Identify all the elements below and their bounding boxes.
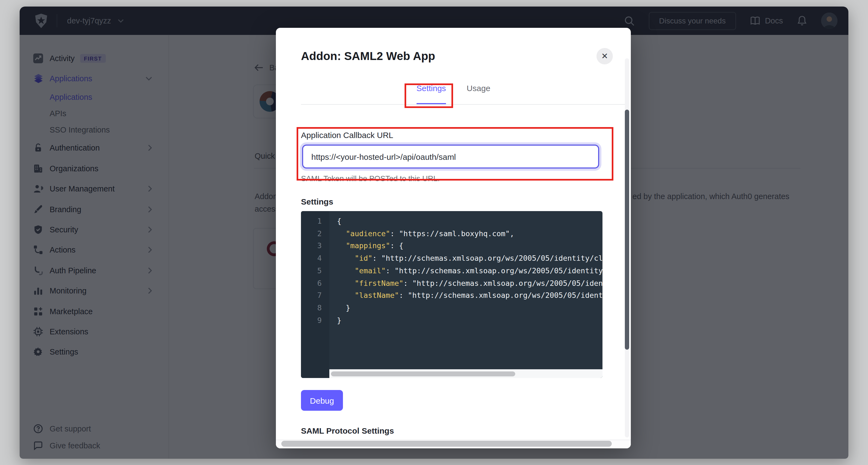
addon-saml2-modal: Addon: SAML2 Web App ✕ Settings Usage Ap… — [276, 28, 631, 448]
saml-protocol-settings-heading: SAML Protocol Settings — [301, 426, 394, 435]
line-number: 7 — [301, 289, 329, 301]
annotation-box-callback-url — [297, 127, 613, 180]
line-number: 4 — [301, 252, 329, 264]
editor-horizontal-scrollbar-track[interactable] — [329, 369, 602, 378]
annotation-box-settings-tab — [405, 83, 453, 108]
modal-horizontal-scrollbar-thumb[interactable] — [281, 441, 612, 447]
line-number: 5 — [301, 265, 329, 277]
editor-code-area[interactable]: { "audience": "https://saml.boxyhq.com",… — [329, 211, 602, 369]
editor-horizontal-scrollbar-thumb[interactable] — [331, 372, 515, 376]
code-line: "email": "http://schemas.xmlsoap.org/ws/… — [337, 265, 602, 277]
code-line: "firstName": "http://schemas.xmlsoap.org… — [337, 277, 602, 289]
code-line: "lastName": "http://schemas.xmlsoap.org/… — [337, 289, 602, 301]
line-number: 6 — [301, 277, 329, 289]
code-line: } — [337, 302, 602, 314]
line-number: 8 — [301, 302, 329, 314]
settings-code-editor[interactable]: 123456789 { "audience": "https://saml.bo… — [301, 211, 602, 378]
modal-tabs-divider — [301, 104, 625, 105]
line-number: 1 — [301, 215, 329, 227]
code-line: { — [337, 215, 602, 227]
line-number: 3 — [301, 240, 329, 252]
code-line: "id": "http://schemas.xmlsoap.org/ws/200… — [337, 252, 602, 264]
line-number: 2 — [301, 227, 329, 239]
code-line: } — [337, 314, 602, 326]
settings-section-label: Settings — [301, 197, 333, 206]
modal-horizontal-scrollbar-track[interactable] — [276, 440, 631, 448]
desktop: dev-tyj7qyzz Discuss your needs — [0, 0, 868, 465]
debug-button[interactable]: Debug — [301, 390, 343, 411]
close-icon[interactable]: ✕ — [596, 48, 613, 64]
editor-line-number-gutter: 123456789 — [301, 211, 329, 378]
line-number: 9 — [301, 314, 329, 326]
modal-tabs: Settings Usage — [276, 83, 631, 105]
tab-usage[interactable]: Usage — [467, 83, 490, 105]
code-line: "audience": "https://saml.boxyhq.com", — [337, 227, 602, 239]
code-line: "mappings": { — [337, 240, 602, 252]
modal-vertical-scrollbar-thumb[interactable] — [625, 110, 629, 350]
browser-window: dev-tyj7qyzz Discuss your needs — [20, 6, 848, 459]
modal-title: Addon: SAML2 Web App — [301, 50, 435, 63]
